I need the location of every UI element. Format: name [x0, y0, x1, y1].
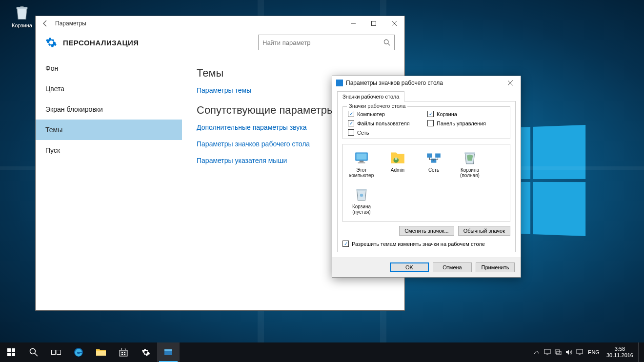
- tray-time: 3:58: [606, 346, 633, 352]
- settings-header: ПЕРСОНАЛИЗАЦИЯ: [36, 31, 404, 58]
- dialog-tab[interactable]: Значки рабочего стола: [337, 91, 404, 101]
- svg-point-13: [360, 194, 363, 197]
- taskbar-explorer-icon[interactable]: [90, 342, 112, 362]
- svg-rect-16: [7, 353, 11, 356]
- taskbar-settings-icon[interactable]: [135, 342, 157, 362]
- icon-item-2[interactable]: Сеть: [420, 149, 447, 178]
- svg-rect-17: [12, 353, 15, 356]
- checkbox-0[interactable]: ✓Компьютер: [348, 111, 425, 117]
- svg-rect-29: [124, 354, 125, 355]
- sidebar-item-4[interactable]: Пуск: [36, 140, 182, 161]
- icon-item-1[interactable]: Admin: [384, 149, 411, 178]
- dialog-titlebar[interactable]: Параметры значков рабочего стола: [332, 76, 521, 90]
- tray-network-icon[interactable]: [554, 348, 563, 357]
- checkbox-label: Панель управления: [437, 121, 486, 126]
- tray-chevron-up-icon[interactable]: [532, 348, 541, 357]
- tray-action-center-icon[interactable]: [543, 348, 552, 357]
- svg-rect-28: [121, 354, 123, 355]
- checkbox-box-icon: ✓: [348, 120, 354, 126]
- desktop-icon-recycle-bin[interactable]: Корзина: [10, 4, 34, 28]
- icon-item-4[interactable]: Корзина (пустая): [348, 186, 375, 215]
- tray-language[interactable]: ENG: [586, 349, 602, 355]
- icon-preview-icon: [462, 149, 478, 166]
- svg-rect-1: [372, 21, 376, 26]
- svg-rect-26: [121, 352, 123, 353]
- minimize-button[interactable]: [343, 17, 363, 30]
- show-desktop-button[interactable]: [638, 342, 641, 362]
- desktop-icons-dialog: Параметры значков рабочего стола Значки …: [332, 76, 521, 278]
- change-icon-button[interactable]: Сменить значок...: [399, 226, 454, 236]
- search-button[interactable]: [22, 342, 45, 362]
- tray-volume-icon[interactable]: [564, 348, 573, 357]
- icon-item-0[interactable]: Этот компьютер: [348, 149, 375, 178]
- default-icon-button[interactable]: Обычный значок: [458, 226, 510, 236]
- gear-icon: [45, 37, 57, 48]
- taskbar: ENG 3:58 30.11.2016: [0, 342, 644, 362]
- icon-item-label: Этот компьютер: [348, 167, 375, 178]
- sidebar-item-2[interactable]: Экран блокировки: [36, 99, 182, 120]
- svg-rect-27: [124, 352, 125, 353]
- dialog-footer: OK Отмена Применить: [332, 257, 521, 277]
- icon-item-3[interactable]: Корзина (полная): [456, 149, 483, 178]
- allow-themes-checkbox[interactable]: ✓ Разрешить темам изменять значки на раб…: [342, 241, 510, 247]
- apply-button[interactable]: Применить: [476, 262, 515, 272]
- svg-rect-23: [96, 351, 106, 356]
- dialog-tabpane: Значки рабочего стола ✓Компьютер✓Корзина…: [337, 101, 516, 252]
- checkbox-3[interactable]: Панель управления: [427, 120, 505, 126]
- search-icon: [383, 39, 390, 46]
- desktop-icons-fieldset: Значки рабочего стола ✓Компьютер✓Корзина…: [342, 106, 510, 139]
- svg-rect-35: [577, 349, 583, 354]
- dialog-close-button[interactable]: [502, 78, 519, 88]
- checkbox-1[interactable]: ✓Корзина: [427, 111, 505, 117]
- desktop-icon-label: Корзина: [12, 22, 32, 28]
- task-view-button[interactable]: [45, 342, 67, 362]
- settings-title-text: Параметры: [55, 20, 86, 27]
- cancel-button[interactable]: Отмена: [433, 262, 472, 272]
- checkbox-label: Файлы пользователя: [357, 121, 410, 126]
- checkbox-4[interactable]: Сеть: [348, 129, 425, 136]
- sidebar-item-0[interactable]: Фон: [36, 58, 182, 79]
- svg-rect-24: [120, 350, 127, 356]
- svg-rect-32: [544, 349, 550, 354]
- svg-rect-10: [427, 154, 432, 158]
- system-tray: ENG 3:58 30.11.2016: [529, 342, 644, 362]
- settings-titlebar[interactable]: Параметры: [36, 16, 404, 31]
- svg-rect-15: [12, 348, 15, 352]
- taskbar-app-icon[interactable]: [157, 342, 180, 362]
- maximize-button[interactable]: [363, 17, 384, 30]
- tray-clock[interactable]: 3:58 30.11.2016: [604, 346, 636, 358]
- settings-heading: ПЕРСОНАЛИЗАЦИЯ: [63, 39, 258, 47]
- icon-item-label: Корзина (пустая): [348, 204, 375, 215]
- search-input[interactable]: [262, 39, 383, 46]
- dialog-title-text: Параметры значков рабочего стола: [346, 80, 502, 86]
- icon-preview-icon: [425, 149, 442, 166]
- checkbox-box-icon: ✓: [427, 111, 434, 117]
- fieldset-legend: Значки рабочего стола: [347, 103, 407, 109]
- sidebar-item-3[interactable]: Темы: [36, 120, 182, 140]
- svg-rect-21: [57, 350, 61, 355]
- svg-rect-7: [358, 162, 365, 163]
- search-box[interactable]: [258, 35, 395, 50]
- taskbar-edge-icon[interactable]: [67, 342, 90, 362]
- svg-rect-14: [7, 348, 11, 352]
- sidebar-item-1[interactable]: Цвета: [36, 79, 182, 99]
- tray-date: 30.11.2016: [606, 352, 633, 359]
- svg-point-9: [395, 157, 397, 160]
- ok-button[interactable]: OK: [390, 262, 429, 272]
- taskbar-store-icon[interactable]: [112, 342, 135, 362]
- back-button[interactable]: [40, 18, 51, 29]
- settings-sidebar: ФонЦветаЭкран блокировкиТемыПуск: [36, 58, 182, 303]
- checkbox-label: Компьютер: [357, 111, 385, 117]
- close-button[interactable]: [384, 17, 404, 30]
- icon-preview-icon: [353, 149, 370, 166]
- start-button[interactable]: [0, 342, 22, 362]
- icon-preview-icon: [389, 149, 406, 166]
- icon-preview-list[interactable]: Этот компьютерAdminСетьКорзина (полная)К…: [342, 144, 510, 222]
- dialog-title-icon: [336, 80, 343, 86]
- checkbox-2[interactable]: ✓Файлы пользователя: [348, 120, 425, 126]
- tray-notifications-icon[interactable]: [575, 348, 584, 357]
- svg-line-19: [35, 354, 38, 357]
- checkbox-icon: ✓: [342, 241, 349, 247]
- recycle-bin-icon: [13, 4, 31, 21]
- icon-item-label: Admin: [384, 167, 411, 173]
